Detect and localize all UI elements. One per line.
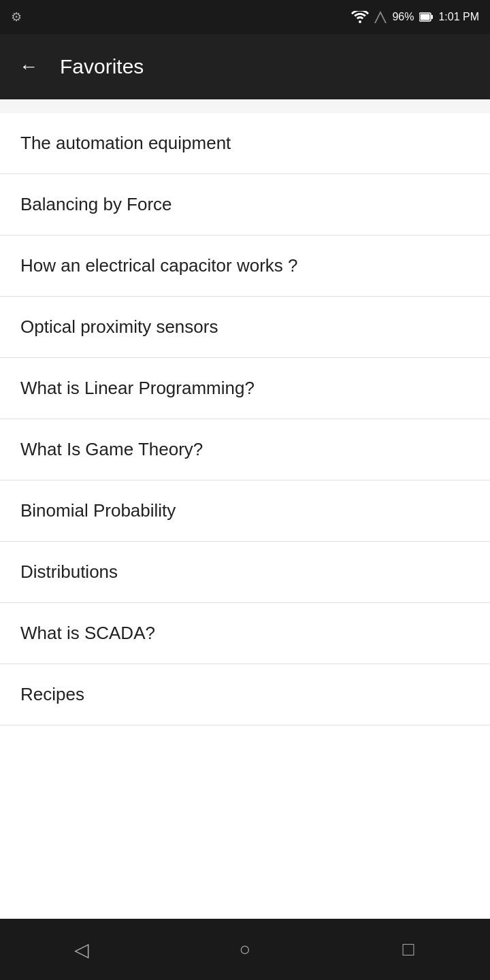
battery-level: 96% [392,11,414,23]
list-item[interactable]: What Is Game Theory? [0,419,490,480]
signal-icon [374,11,387,23]
favorites-list: The automation equipment Balancing by Fo… [0,99,490,919]
status-bar: ⚙ 96% 1:01 PM [0,0,490,34]
nav-home-icon: ○ [240,938,251,960]
back-icon: ← [19,56,38,78]
app-bar: ← Favorites [0,34,490,99]
bottom-navigation: ◁ ○ □ [0,919,490,980]
svg-rect-3 [431,15,434,19]
settings-icon: ⚙ [11,10,22,24]
list-item[interactable]: The automation equipment [0,113,490,174]
list-item-label: What Is Game Theory? [20,439,203,460]
list-item-label: What is SCADA? [20,623,155,644]
list-item[interactable]: Binomial Probability [0,480,490,542]
list-item-label: Binomial Probability [20,500,176,521]
list-item[interactable]: Distributions [0,542,490,603]
list-item-label: Optical proximity sensors [20,316,218,338]
page-title: Favorites [60,55,144,78]
list-item-label: Distributions [20,561,118,583]
nav-home-button[interactable]: ○ [218,929,272,970]
nav-back-button[interactable]: ◁ [54,929,109,970]
ad-box [0,725,490,919]
status-bar-right: 96% 1:01 PM [351,11,479,23]
list-item[interactable]: What is SCADA? [0,603,490,664]
list-item[interactable]: Balancing by Force [0,174,490,235]
list-item-label: How an electrical capacitor works ? [20,255,298,276]
nav-back-icon: ◁ [74,938,89,961]
list-item[interactable]: Optical proximity sensors [0,297,490,358]
list-item-label: Balancing by Force [20,194,172,215]
list-item-label: What is Linear Programming? [20,378,255,399]
list-item[interactable]: Recipes [0,664,490,725]
back-button[interactable]: ← [14,50,44,83]
list-item[interactable]: How an electrical capacitor works ? [0,235,490,297]
list-item[interactable]: What is Linear Programming? [0,358,490,419]
nav-recents-icon: □ [403,938,414,960]
svg-rect-4 [421,14,430,20]
list-item-label: Recipes [20,684,84,705]
list-item-label: The automation equipment [20,133,231,154]
nav-recents-button[interactable]: □ [381,929,436,970]
wifi-icon [351,11,369,23]
battery-icon [419,11,433,23]
status-bar-left: ⚙ [11,10,22,24]
time: 1:01 PM [438,11,479,23]
